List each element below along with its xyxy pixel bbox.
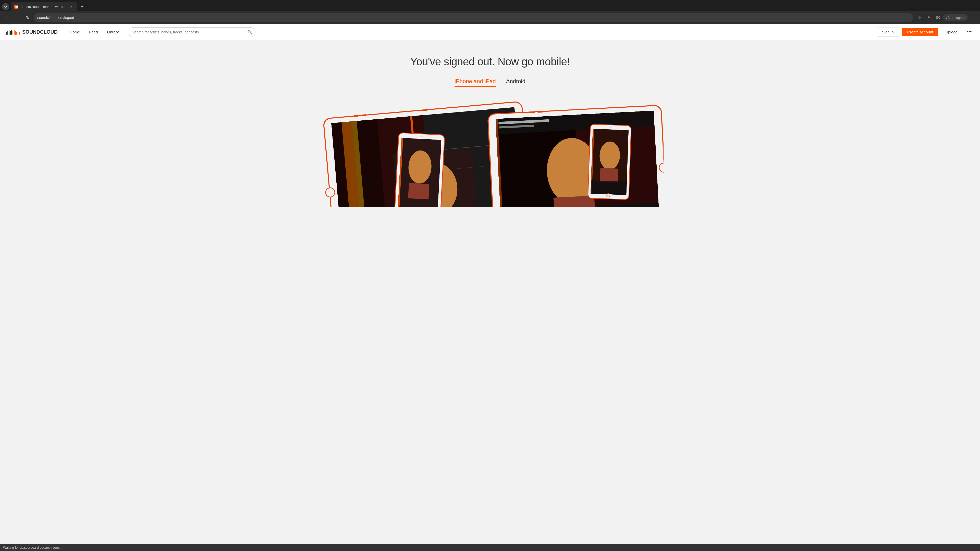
main-content: You've signed out. Now go mobile! iPhone…	[0, 40, 980, 551]
download-button[interactable]	[924, 14, 933, 22]
svg-rect-74	[590, 180, 627, 195]
svg-rect-18	[16, 32, 17, 35]
new-tab-button[interactable]: +	[79, 3, 86, 10]
svg-point-75	[607, 193, 610, 197]
nav-feed[interactable]: Feed	[85, 28, 102, 36]
header-actions: Sign in Create account Upload •••	[877, 27, 974, 37]
svg-rect-17	[15, 30, 16, 35]
search-input[interactable]	[128, 27, 256, 37]
svg-rect-8	[938, 18, 939, 19]
svg-rect-3	[17, 6, 18, 8]
svg-rect-11	[7, 30, 8, 35]
svg-rect-0	[15, 6, 15, 8]
incognito-badge: Incognito	[943, 14, 968, 21]
nav-library[interactable]: Library	[103, 28, 123, 36]
svg-rect-14	[11, 30, 12, 35]
tab-favicon	[14, 5, 18, 9]
more-options-button[interactable]: •••	[965, 27, 974, 37]
devices-container	[337, 100, 643, 207]
soundcloud-header: SOUNDCLOUD Home Feed Library 🔍 Sign in C…	[0, 24, 980, 40]
svg-rect-19	[18, 31, 18, 35]
soundcloud-logo-text: SOUNDCLOUD	[22, 29, 57, 35]
page-headline: You've signed out. Now go mobile!	[410, 56, 570, 68]
svg-rect-20	[19, 32, 20, 35]
tab-switcher-button[interactable]	[2, 3, 9, 10]
nav-home[interactable]: Home	[65, 28, 84, 36]
soundcloud-logo-icon	[6, 29, 20, 36]
extensions-button[interactable]	[934, 14, 942, 22]
svg-rect-72	[600, 168, 618, 183]
browser-chrome: SoundCloud - Hear the world's... × + ← →…	[0, 0, 980, 24]
platform-tabs: iPhone and iPad Android	[455, 78, 525, 87]
svg-rect-12	[9, 30, 10, 35]
main-navigation: Home Feed Library	[65, 28, 123, 36]
svg-rect-13	[10, 31, 11, 35]
browser-status-bar: Waiting for sb.scorecardresearch.com...	[0, 544, 980, 551]
status-text: Waiting for sb.scorecardresearch.com...	[3, 546, 62, 549]
back-button[interactable]: ←	[3, 14, 11, 22]
active-tab[interactable]: SoundCloud - Hear the world's... ×	[11, 2, 77, 11]
create-account-button[interactable]: Create account	[902, 28, 939, 36]
upload-button[interactable]: Upload	[941, 28, 962, 36]
svg-rect-6	[938, 16, 939, 17]
forward-button[interactable]: →	[13, 14, 21, 22]
search-container: 🔍	[128, 27, 256, 37]
search-icon: 🔍	[247, 30, 252, 35]
tab-close-button[interactable]: ×	[69, 4, 73, 9]
sign-in-button[interactable]: Sign in	[877, 27, 899, 37]
ipad-right-illustration	[480, 105, 663, 207]
tab-title: SoundCloud - Hear the world's...	[21, 5, 67, 9]
tab-iphone-ipad[interactable]: iPhone and iPad	[455, 78, 496, 87]
svg-rect-2	[16, 6, 17, 8]
svg-rect-7	[936, 18, 938, 19]
chrome-menu-button[interactable]: ⋮	[969, 14, 977, 22]
browser-toolbar: ← → ↻ soundcloud.com/logout ☆	[0, 11, 980, 24]
svg-rect-1	[16, 6, 16, 8]
svg-rect-43	[408, 183, 429, 199]
toolbar-actions: ☆ Incognito ⋮	[915, 14, 977, 22]
svg-rect-5	[936, 16, 938, 17]
soundcloud-logo[interactable]: SOUNDCLOUD	[6, 29, 57, 36]
svg-rect-10	[6, 32, 7, 35]
svg-rect-16	[14, 30, 14, 35]
svg-point-35	[325, 187, 335, 197]
browser-tab-bar: SoundCloud - Hear the world's... × +	[0, 0, 980, 11]
address-bar[interactable]: soundcloud.com/logout	[34, 13, 913, 22]
tab-android[interactable]: Android	[506, 78, 525, 87]
url-text: soundcloud.com/logout	[37, 16, 910, 20]
svg-rect-4	[18, 6, 18, 8]
reload-button[interactable]: ↻	[24, 14, 32, 22]
incognito-label: Incognito	[952, 16, 965, 20]
svg-rect-15	[13, 31, 13, 35]
bookmark-button[interactable]: ☆	[915, 14, 924, 22]
